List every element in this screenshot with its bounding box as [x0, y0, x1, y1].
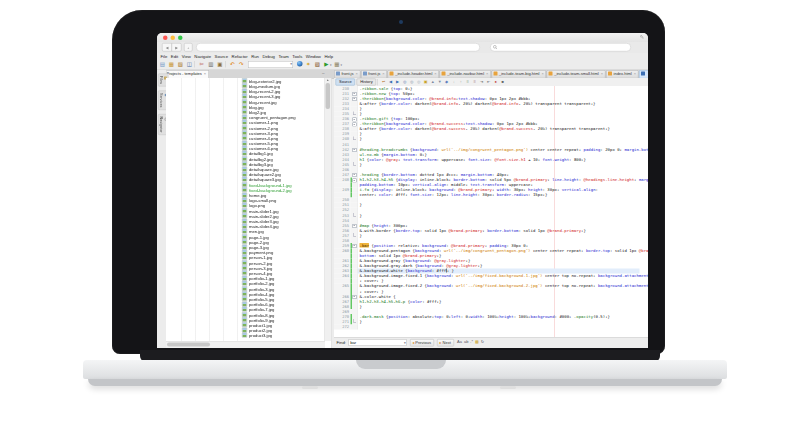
next-usage-icon[interactable]: ↓	[451, 78, 457, 84]
editor-tab-_include-team-small.html[interactable]: _include-team-small.html×	[547, 70, 606, 78]
menu-refactor[interactable]: Refactor	[232, 54, 248, 59]
tab-close-icon[interactable]: ×	[434, 72, 436, 77]
scroll-up-arrow-icon[interactable]: ▲	[326, 78, 331, 83]
paste-icon[interactable]: ▣	[216, 61, 224, 68]
run-project-icon[interactable]: ▶	[323, 61, 331, 68]
new-project-icon[interactable]: ▦	[168, 61, 176, 68]
next-bookmark-icon[interactable]: ▼	[437, 78, 443, 84]
menu-source[interactable]: Source	[215, 54, 228, 59]
whole-words-icon[interactable]: ab	[464, 340, 468, 345]
image-file-icon	[242, 120, 247, 125]
projects-panel: blog-exterior2.jpgblog-medium.jpgblog-re…	[166, 78, 332, 348]
match-case-icon[interactable]: Aa	[457, 340, 462, 345]
dropdown-arrow-icon[interactable]: ▾	[341, 63, 343, 67]
editor-tab-front.js[interactable]: front.js×	[361, 70, 387, 78]
editor-tab-_include-header.html[interactable]: _include-header.html×	[388, 70, 439, 78]
find-previous-icon[interactable]: ◎	[416, 78, 422, 84]
menu-file[interactable]: File	[161, 54, 168, 59]
combobox-arrow-icon[interactable]: ▾	[290, 62, 292, 66]
find-selection-icon[interactable]: ◎	[402, 78, 408, 84]
toggle-highlight-icon[interactable]: ▣	[423, 78, 429, 84]
window-minimize-button[interactable]	[171, 36, 176, 41]
shift-right-icon[interactable]: ⇥	[479, 78, 485, 84]
tab-close-icon[interactable]: ×	[601, 72, 603, 77]
menu-view[interactable]: View	[182, 54, 191, 59]
save-all-icon[interactable]: ◫	[186, 61, 194, 68]
menu-window[interactable]: Window	[306, 54, 321, 59]
window-zoom-button[interactable]	[178, 36, 183, 41]
wrap-search-icon[interactable]: ↻	[481, 340, 484, 345]
editor-tab-_include-team-big.html[interactable]: _include-team-big.html×	[491, 70, 546, 78]
redo-icon[interactable]: ↷	[238, 61, 246, 68]
menu-edit[interactable]: Edit	[171, 54, 178, 59]
menu-team[interactable]: Team	[278, 54, 288, 59]
tree-horizontal-scrollbar[interactable]	[166, 341, 325, 348]
editor-tab-label: front.js	[342, 72, 354, 77]
tab-close-icon[interactable]: ×	[541, 72, 543, 77]
tree-hscroll-thumb[interactable]	[167, 343, 210, 347]
highlight-results-icon[interactable]: ▩	[475, 340, 479, 345]
find-input[interactable]: bar▾	[349, 339, 407, 346]
deploy-icon[interactable]: ✦	[305, 61, 313, 68]
find-dropdown-icon[interactable]: ▾	[404, 341, 406, 345]
find-next-icon[interactable]: ◎	[409, 78, 415, 84]
forward-icon[interactable]: ▶	[395, 78, 401, 84]
code-line-272[interactable]: 272	[334, 324, 648, 329]
profile-project-icon[interactable]: ▦	[333, 61, 341, 68]
tab-close-icon[interactable]: ×	[634, 72, 636, 77]
new-tab-button[interactable]: +	[184, 43, 193, 52]
configuration-combobox[interactable]: ▾	[248, 61, 293, 68]
back-button[interactable]: ◀	[162, 43, 172, 52]
back-icon[interactable]: ◀	[388, 78, 394, 84]
edit-pencil-icon[interactable]: ✎	[639, 34, 644, 41]
menu-debug[interactable]: Debug	[262, 54, 275, 59]
cut-icon[interactable]: ✂	[198, 61, 206, 68]
tree-item[interactable]: product3.jpg	[166, 333, 325, 338]
toggle-bookmark-icon[interactable]: ◆	[444, 78, 450, 84]
build-project-icon[interactable]: ▨	[314, 61, 322, 68]
window-close-button[interactable]	[163, 36, 168, 41]
dropdown-arrow-icon[interactable]: ▾	[330, 63, 332, 67]
copy-icon[interactable]: ▥	[207, 61, 215, 68]
undo-icon[interactable]: ↶	[229, 61, 237, 68]
tab-close-icon[interactable]: ×	[382, 72, 384, 77]
regex-icon[interactable]: .*	[470, 340, 473, 345]
shift-left-icon[interactable]: ⇤	[486, 78, 492, 84]
tab-close-icon[interactable]: ×	[486, 72, 488, 77]
menu-help[interactable]: Help	[324, 54, 333, 59]
find-previous-button[interactable]: ◂Previous	[410, 339, 434, 347]
history-view-button[interactable]: History	[357, 79, 376, 86]
menu-run[interactable]: Run	[251, 54, 259, 59]
editor-tab-label: _include-team-big.html	[499, 72, 539, 77]
previous-bookmark-icon[interactable]: ▲	[430, 78, 436, 84]
new-file-icon[interactable]: ▤	[159, 61, 167, 68]
ide-window: ✎ ◀ ▶ + FileEditViewNavigateSourceRefact…	[157, 33, 648, 348]
panel-minimize-icon[interactable]: –	[322, 71, 325, 76]
editor-tab-front.js[interactable]: front.js×	[334, 70, 360, 78]
macro-stop-icon[interactable]: ■	[500, 78, 506, 84]
forward-button[interactable]: ▶	[172, 43, 182, 52]
projects-panel-close-icon[interactable]: ×	[204, 72, 206, 77]
find-next-button[interactable]: ▸Next	[437, 339, 454, 347]
macro-start-icon[interactable]: ●	[493, 78, 499, 84]
comment-icon[interactable]: ≡	[465, 78, 471, 84]
laptop-foot-shadow	[302, 386, 318, 389]
reload-in-browser-icon[interactable]	[297, 61, 303, 67]
editor-tab[interactable]	[639, 70, 648, 78]
open-project-icon[interactable]: ▧	[177, 61, 185, 68]
url-input[interactable]	[196, 43, 480, 52]
tree-scroll-thumb[interactable]	[326, 83, 331, 109]
uncomment-icon[interactable]: ≡	[472, 78, 478, 84]
search-field[interactable]	[490, 43, 631, 52]
source-view-button[interactable]: Source	[336, 79, 356, 86]
tab-close-icon[interactable]: ×	[356, 72, 358, 77]
code-editor[interactable]: 230.ribbon.sale {top: 0;}231.ribbon.new …	[334, 86, 648, 338]
image-file-icon	[242, 307, 247, 312]
last-edit-position-icon[interactable]: ↩	[381, 78, 387, 84]
previous-usage-icon[interactable]: ↑	[458, 78, 464, 84]
menu-tools[interactable]: Tools	[292, 54, 302, 59]
tree-vertical-scrollbar[interactable]: ▲	[325, 78, 332, 341]
editor-tab-_include-navbar.html[interactable]: _include-navbar.html×	[440, 70, 491, 78]
menu-navigate[interactable]: Navigate	[194, 54, 211, 59]
editor-tab-index.html[interactable]: index.html×	[606, 70, 639, 78]
